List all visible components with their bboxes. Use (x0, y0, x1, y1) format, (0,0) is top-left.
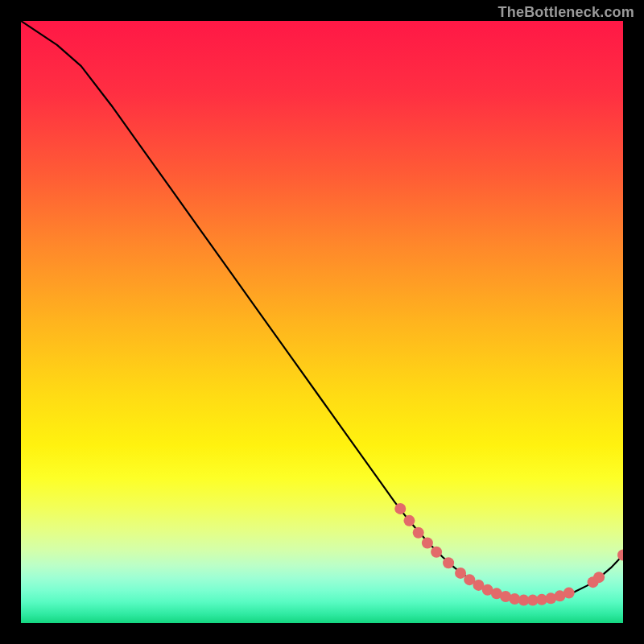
data-dot (617, 549, 623, 560)
data-dot (422, 538, 433, 549)
data-dot (593, 572, 605, 583)
data-dot (394, 503, 406, 514)
data-dots (21, 21, 623, 623)
chart-stage: TheBottleneck.com (0, 0, 644, 644)
plot-area (21, 21, 623, 623)
data-dot (413, 527, 424, 539)
watermark-text: TheBottleneck.com (498, 5, 634, 19)
data-dot (443, 557, 454, 568)
data-dot (564, 588, 575, 599)
data-dot (431, 547, 442, 558)
data-dot (455, 568, 466, 579)
data-dot (403, 515, 415, 526)
